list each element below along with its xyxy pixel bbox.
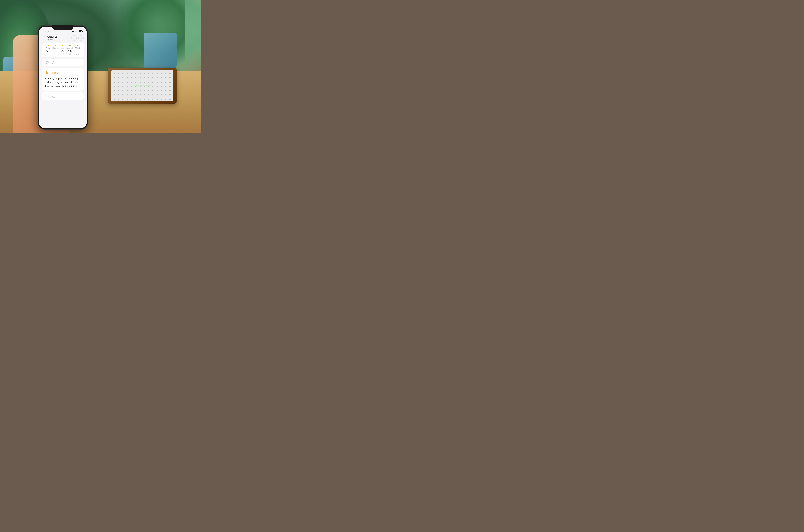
wifi-icon: [75, 31, 78, 32]
metrics-dots: [45, 45, 81, 46]
metric-co2[interactable]: CO₂ 483 ppm: [59, 47, 67, 55]
display-dot: [136, 86, 137, 86]
action-row-top: [42, 59, 84, 66]
gear-icon: [79, 37, 82, 39]
display-dot: [146, 86, 147, 86]
signal-icon: [72, 31, 74, 32]
smiley-button[interactable]: [71, 35, 77, 41]
share-icon-bottom: [52, 94, 55, 98]
metric-chemicals[interactable]: Chemicals 56 ppb: [67, 47, 74, 55]
humidity-card-title: Humidity: [50, 71, 59, 74]
wooden-speaker: [108, 68, 177, 104]
like-button-bottom[interactable]: [45, 94, 49, 98]
humidity-dot: [55, 45, 56, 46]
co2-unit: ppm: [61, 53, 64, 54]
svg-point-3: [80, 38, 81, 38]
metric-temp[interactable]: Temp 27 °C: [45, 47, 52, 55]
display-dot: [149, 86, 150, 86]
app-content: Awair 2 My Home: [39, 34, 87, 100]
temp-label: Temp: [46, 47, 50, 49]
menu-icon[interactable]: [42, 37, 45, 39]
humidity-card: Humidity You may be prone to coughing an…: [42, 68, 84, 91]
settings-button[interactable]: [78, 35, 84, 41]
status-time: 14:54: [43, 30, 50, 33]
speaker-grill: [111, 70, 173, 101]
chemicals-dot: [69, 45, 71, 46]
pot-right: [144, 33, 177, 69]
metric-humidity[interactable]: Humidity 38 %: [52, 47, 59, 55]
display-dot: [140, 86, 140, 86]
display-dot: [148, 86, 148, 86]
humidity-card-header: Humidity: [45, 71, 81, 75]
header-left: Awair 2 My Home: [42, 35, 57, 41]
header-title-group: Awair 2 My Home: [47, 35, 57, 41]
speaker-display: [134, 86, 150, 86]
temp-value: 27: [46, 50, 50, 53]
display-dot: [134, 86, 135, 86]
device-location: My Home: [47, 38, 57, 41]
share-button[interactable]: [52, 61, 55, 64]
smiley-icon: [73, 37, 75, 39]
display-dot: [143, 86, 143, 86]
pm25-unit: µg/m³: [75, 54, 79, 55]
metrics-card: Temp 27 °C Humidity 38 % CO₂ 483 ppm: [42, 43, 84, 57]
phone: 14:54: [38, 25, 88, 130]
phone-screen: 14:54: [39, 26, 87, 128]
display-dot: [138, 86, 139, 86]
share-icon: [52, 61, 55, 64]
header-actions: [71, 35, 84, 41]
pm25-dot: [77, 45, 78, 46]
temp-unit: °C: [48, 54, 49, 55]
like-button[interactable]: [45, 61, 49, 64]
action-row-bottom: [42, 92, 84, 100]
display-dot: [141, 86, 142, 86]
humidity-message: You may be prone to coughing and sneezin…: [45, 77, 81, 88]
co2-dot: [62, 45, 63, 46]
humidity-label: Humidity: [52, 47, 59, 49]
chemicals-unit: ppb: [69, 53, 71, 55]
pm25-label: PM2.5: [75, 47, 80, 49]
share-button-bottom[interactable]: [52, 94, 55, 98]
svg-point-0: [73, 37, 75, 39]
heart-icon-bottom: [45, 94, 49, 98]
display-dot: [144, 86, 145, 86]
chemicals-value: 56: [68, 49, 72, 53]
co2-value: 483: [60, 50, 65, 53]
humidity-drop-icon: [45, 71, 49, 75]
temp-dot: [48, 45, 49, 46]
battery-icon: [79, 31, 82, 32]
status-icons: [72, 31, 83, 32]
phone-notch: [52, 25, 73, 30]
humidity-value: 38: [54, 50, 57, 53]
heart-icon: [45, 61, 49, 64]
device-name: Awair 2: [47, 35, 57, 38]
app-header: Awair 2 My Home: [42, 34, 84, 43]
co2-label: CO₂: [61, 47, 64, 49]
humidity-unit: %: [55, 54, 56, 55]
chemicals-label: Chemicals: [67, 47, 74, 49]
metrics-values: Temp 27 °C Humidity 38 % CO₂ 483 ppm: [45, 47, 81, 55]
metric-pm25[interactable]: PM2.5 3 µg/m³: [74, 47, 81, 55]
pm25-value: 3: [76, 50, 78, 53]
